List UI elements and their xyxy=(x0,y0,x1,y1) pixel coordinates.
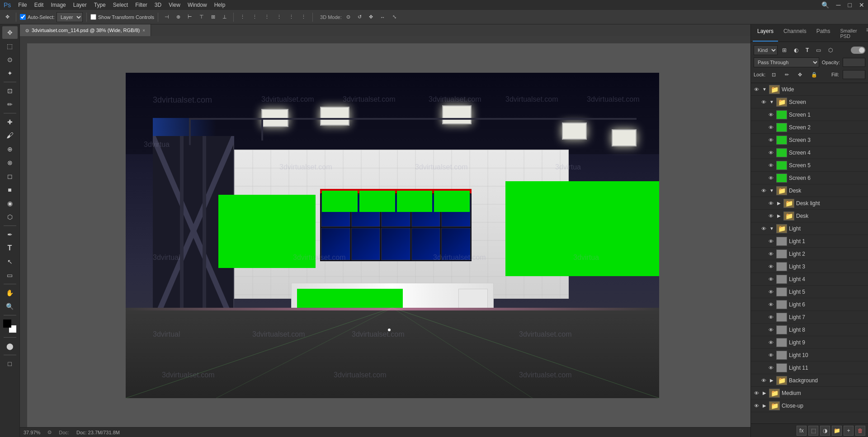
minimize-icon[interactable]: ─ xyxy=(836,1,841,9)
3d-roll-btn[interactable]: ↺ xyxy=(355,12,364,23)
menu-view[interactable]: View xyxy=(169,2,180,8)
align-center-v-btn[interactable]: ⊞ xyxy=(208,12,218,23)
layer-screen1[interactable]: 👁 Screen 1 xyxy=(751,108,868,121)
move-tool[interactable]: ✥ xyxy=(2,26,18,39)
expand-background[interactable]: ▶ xyxy=(769,378,774,383)
layer-light1[interactable]: 👁 Light 1 xyxy=(751,235,868,248)
layer-screen4[interactable]: 👁 Screen 4 xyxy=(751,146,868,159)
eye-screen6[interactable]: 👁 xyxy=(767,174,774,182)
brush-tool[interactable]: 🖌 xyxy=(2,129,18,142)
layer-light5[interactable]: 👁 Light 5 xyxy=(751,286,868,298)
filter-toggle-btn[interactable] xyxy=(851,47,865,54)
search-icon[interactable]: 🔍 xyxy=(821,1,829,9)
layer-screen3[interactable]: 👁 Screen 3 xyxy=(751,134,868,146)
eye-desk[interactable]: 👁 xyxy=(767,212,774,220)
expand-wide[interactable]: ▼ xyxy=(762,87,767,92)
layers-list[interactable]: 👁 ▼ 📁 Wide 👁 ▼ 📁 Screen 👁 Screen 1 👁 xyxy=(751,83,868,423)
opacity-input[interactable]: 100% xyxy=(843,58,865,67)
blend-mode-select[interactable]: Pass Through xyxy=(754,57,819,67)
healing-tool[interactable]: ✚ xyxy=(2,116,18,128)
eye-medium[interactable]: 👁 xyxy=(753,390,760,397)
quick-mask-btn[interactable]: ⬤ xyxy=(2,340,18,352)
layer-light2[interactable]: 👁 Light 2 xyxy=(751,248,868,260)
layer-desk-group[interactable]: 👁 ▼ 📁 Desk xyxy=(751,184,868,197)
eye-light-group[interactable]: 👁 xyxy=(760,225,767,232)
layer-light9[interactable]: 👁 Light 9 xyxy=(751,336,868,349)
menu-filter[interactable]: Filter xyxy=(135,2,147,8)
tab-channels[interactable]: Channels xyxy=(779,26,811,42)
layer-light6[interactable]: 👁 Light 6 xyxy=(751,298,868,311)
shapes-tool[interactable]: ▭ xyxy=(2,269,18,282)
lock-transparent-btn[interactable]: ⊡ xyxy=(769,69,778,80)
eye-light8[interactable]: 👁 xyxy=(767,326,774,334)
align-left-btn[interactable]: ⊣ xyxy=(162,12,172,23)
marquee-tool[interactable]: ⬚ xyxy=(2,40,18,52)
layer-desklight[interactable]: 👁 ▶ 📁 Desk light xyxy=(751,197,868,210)
distribute-center-h-btn[interactable]: ⋮ xyxy=(250,12,260,23)
expand-desk[interactable]: ▼ xyxy=(769,188,774,193)
eye-background[interactable]: 👁 xyxy=(760,377,767,384)
tab-paths[interactable]: Paths xyxy=(812,26,835,42)
eye-screen-group[interactable]: 👁 xyxy=(760,99,767,106)
hand-tool[interactable]: ✋ xyxy=(2,287,18,299)
expand-light[interactable]: ▼ xyxy=(769,226,774,231)
delete-layer-btn[interactable]: 🗑 xyxy=(855,426,865,436)
distribute-bottom-btn[interactable]: ⋮ xyxy=(298,12,309,23)
eye-light9[interactable]: 👁 xyxy=(767,339,774,346)
menu-file[interactable]: File xyxy=(18,2,27,8)
layer-screen-group[interactable]: 👁 ▼ 📁 Screen xyxy=(751,96,868,108)
lasso-tool[interactable]: ⊙ xyxy=(2,53,18,66)
eye-closeup[interactable]: 👁 xyxy=(753,402,760,409)
document-tab[interactable]: ⊙ 3dvirtualset.com_114.psd @ 38% (Wide, … xyxy=(20,24,151,36)
menu-help[interactable]: Help xyxy=(214,2,226,8)
screen-mode-btn[interactable]: □ xyxy=(2,357,18,370)
maximize-icon[interactable]: □ xyxy=(848,1,852,9)
eye-screen3[interactable]: 👁 xyxy=(767,136,774,144)
filter-shape-btn[interactable]: ▭ xyxy=(813,45,824,56)
distribute-left-btn[interactable]: ⋮ xyxy=(237,12,248,23)
eye-desklight[interactable]: 👁 xyxy=(767,200,774,207)
expand-screen[interactable]: ▼ xyxy=(769,99,774,105)
menu-type[interactable]: Type xyxy=(94,2,106,8)
align-bottom-btn[interactable]: ⊥ xyxy=(220,12,230,23)
crop-tool[interactable]: ⊡ xyxy=(2,85,18,97)
layer-light3[interactable]: 👁 Light 3 xyxy=(751,260,868,273)
type-tool[interactable]: T xyxy=(2,242,18,254)
gradient-tool[interactable]: ■ xyxy=(2,183,18,196)
filter-adj-btn[interactable]: ◐ xyxy=(791,45,801,56)
move-tool-btn[interactable]: ✥ xyxy=(3,12,12,23)
new-layer-btn[interactable]: + xyxy=(844,426,854,436)
eye-light7[interactable]: 👁 xyxy=(767,314,774,321)
pen-tool[interactable]: ✒ xyxy=(2,228,18,241)
layer-medium[interactable]: 👁 ▶ 📁 Medium xyxy=(751,387,868,399)
eye-desk-group[interactable]: 👁 xyxy=(760,187,767,194)
filter-text-btn[interactable]: T xyxy=(803,45,811,56)
eye-light6[interactable]: 👁 xyxy=(767,301,774,308)
close-icon[interactable]: ✕ xyxy=(859,1,864,9)
lock-image-btn[interactable]: ✏ xyxy=(782,69,792,80)
menu-image[interactable]: Image xyxy=(51,2,66,8)
align-top-btn[interactable]: ⊤ xyxy=(197,12,207,23)
layer-screen6[interactable]: 👁 Screen 6 xyxy=(751,172,868,184)
zoom-tool[interactable]: 🔍 xyxy=(2,300,18,313)
auto-select-dropdown[interactable]: Layer xyxy=(57,12,83,22)
eye-light10[interactable]: 👁 xyxy=(767,352,774,359)
eyedropper-tool[interactable]: ✏ xyxy=(2,98,18,111)
eye-light5[interactable]: 👁 xyxy=(767,288,774,296)
foreground-color[interactable] xyxy=(3,320,11,328)
scrollable-canvas[interactable]: 3dvirtualset.com 3dvirtualset.com 3dvirt… xyxy=(20,43,750,427)
lock-all-btn[interactable]: 🔒 xyxy=(808,69,820,80)
layer-light7[interactable]: 👁 Light 7 xyxy=(751,311,868,324)
eye-screen4[interactable]: 👁 xyxy=(767,149,774,156)
layer-screen5[interactable]: 👁 Screen 5 xyxy=(751,159,868,172)
distribute-right-btn[interactable]: ⋮ xyxy=(262,12,272,23)
distribute-top-btn[interactable]: ⋮ xyxy=(274,12,284,23)
canvas-inner[interactable]: 3dvirtualset.com 3dvirtualset.com 3dvirt… xyxy=(34,43,750,427)
dodge-tool[interactable]: ⬡ xyxy=(2,211,18,223)
layer-effects-btn[interactable]: fx xyxy=(797,426,807,436)
lock-position-btn[interactable]: ✥ xyxy=(795,69,805,80)
show-transform-checkbox[interactable]: Show Transform Controls xyxy=(90,14,154,20)
menu-select[interactable]: Select xyxy=(113,2,128,8)
layer-light10[interactable]: 👁 Light 10 xyxy=(751,349,868,362)
tab-layers[interactable]: Layers xyxy=(753,26,778,42)
